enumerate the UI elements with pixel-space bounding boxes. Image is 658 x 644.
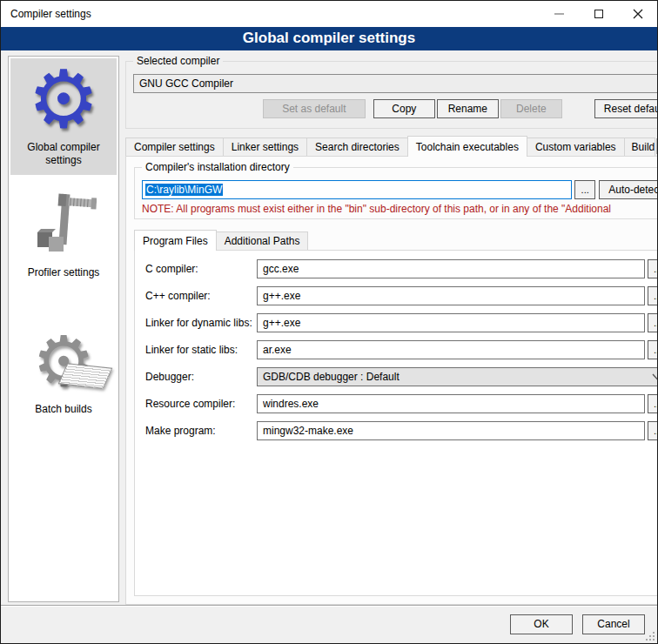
group-legend: Selected compiler (133, 55, 223, 67)
sidebar-item-batch-builds[interactable]: ⚙ Batch builds (10, 320, 117, 424)
sidebar-item-label: Profiler settings (12, 266, 115, 279)
resize-grip[interactable] (644, 630, 655, 641)
rename-button[interactable]: Rename (437, 99, 499, 118)
browse-c-compiler-button[interactable]: ... (648, 259, 658, 278)
selected-compiler-group: Selected compiler GNU GCC Compiler Set a… (125, 61, 658, 129)
field-row-static-linker: Linker for static libs: ... (145, 340, 658, 359)
paper-stack-icon (58, 363, 113, 388)
compiler-select[interactable]: GNU GCC Compiler (133, 74, 658, 93)
delete-button[interactable]: Delete (500, 99, 562, 118)
c-compiler-input[interactable] (257, 259, 645, 278)
resource-compiler-input[interactable] (257, 394, 645, 413)
field-label: C compiler: (145, 263, 257, 275)
set-as-default-button[interactable]: Set as default (263, 99, 366, 118)
page-title: Global compiler settings (1, 27, 657, 50)
caliper-icon (30, 191, 97, 260)
dialog-footer: OK Cancel (1, 607, 657, 641)
group-legend: Compiler's installation directory (142, 161, 293, 173)
settings-category-list: ⚙ Global compiler settings (8, 56, 119, 602)
installation-directory-input[interactable]: C:\raylib\MinGW (142, 180, 572, 199)
debugger-select[interactable]: GDB/CDB debugger : Default (257, 367, 658, 386)
tab-search-directories[interactable]: Search directories (306, 138, 408, 156)
installation-directory-group: Compiler's installation directory C:\ray… (134, 167, 658, 219)
field-row-c-compiler: C compiler: ... (145, 259, 658, 278)
sidebar-item-global-compiler-settings[interactable]: ⚙ Global compiler settings (10, 58, 117, 175)
blue-gear-icon: ⚙ (28, 64, 99, 137)
compiler-settings-tabstrip: Compiler settings Linker settings Search… (125, 136, 658, 156)
field-label: Linker for dynamic libs: (145, 317, 257, 329)
program-files-tabstrip: Program Files Additional Paths (134, 230, 658, 250)
close-button[interactable] (618, 1, 657, 27)
minimize-icon (554, 13, 564, 15)
tab-program-files[interactable]: Program Files (134, 230, 217, 251)
minimize-button[interactable] (540, 1, 579, 27)
maximize-button[interactable] (579, 1, 618, 27)
cancel-button[interactable]: Cancel (582, 614, 645, 634)
cpp-compiler-input[interactable] (257, 286, 645, 305)
browse-directory-button[interactable]: ... (574, 180, 595, 199)
chevron-down-icon (652, 373, 658, 380)
tab-compiler-settings[interactable]: Compiler settings (125, 138, 224, 156)
title-bar: Compiler settings (1, 1, 657, 27)
tab-linker-settings[interactable]: Linker settings (223, 138, 307, 156)
copy-button[interactable]: Copy (373, 99, 435, 118)
browse-dynamic-linker-button[interactable]: ... (648, 313, 658, 332)
field-label: Linker for static libs: (145, 344, 257, 356)
browse-cpp-compiler-button[interactable]: ... (648, 286, 658, 305)
toolchain-executables-page: Compiler's installation directory C:\ray… (125, 156, 658, 605)
field-row-cpp-compiler: C++ compiler: ... (145, 286, 658, 305)
close-icon (633, 9, 643, 19)
ok-button[interactable]: OK (510, 614, 573, 634)
tab-custom-variables[interactable]: Custom variables (527, 138, 625, 156)
installation-note: NOTE: All programs must exist either in … (142, 203, 658, 215)
debugger-select-value: GDB/CDB debugger : Default (263, 371, 647, 383)
field-label: C++ compiler: (145, 290, 257, 302)
tab-build-options[interactable]: Build options (624, 138, 655, 156)
browse-make-program-button[interactable]: ... (648, 421, 658, 440)
tab-additional-paths[interactable]: Additional Paths (216, 231, 309, 250)
browse-static-linker-button[interactable]: ... (648, 340, 658, 359)
installation-directory-value: C:\raylib\MinGW (145, 184, 223, 196)
field-row-resource-compiler: Resource compiler: ... (145, 394, 658, 413)
program-files-page: C compiler: ... C++ compiler: ... Linker… (134, 250, 658, 596)
tab-toolchain-executables[interactable]: Toolchain executables (407, 136, 527, 157)
compiler-select-value: GNU GCC Compiler (139, 77, 658, 90)
make-program-input[interactable] (257, 421, 645, 440)
dynamic-linker-input[interactable] (257, 313, 645, 332)
field-label: Debugger: (145, 371, 257, 383)
reset-defaults-button[interactable]: Reset defaults (594, 99, 658, 118)
static-linker-input[interactable] (257, 340, 645, 359)
window-title: Compiler settings (1, 8, 540, 20)
field-label: Make program: (145, 425, 257, 437)
field-row-dynamic-linker: Linker for dynamic libs: ... (145, 313, 658, 332)
sidebar-item-label: Batch builds (12, 403, 115, 416)
field-row-debugger: Debugger: GDB/CDB debugger : Default (145, 367, 658, 386)
auto-detect-button[interactable]: Auto-detect (599, 180, 658, 199)
maximize-icon (594, 10, 603, 18)
browse-resource-compiler-button[interactable]: ... (648, 394, 658, 413)
field-row-make-program: Make program: ... (145, 421, 658, 440)
field-label: Resource compiler: (145, 398, 257, 410)
sidebar-item-profiler-settings[interactable]: Profiler settings (10, 184, 117, 287)
